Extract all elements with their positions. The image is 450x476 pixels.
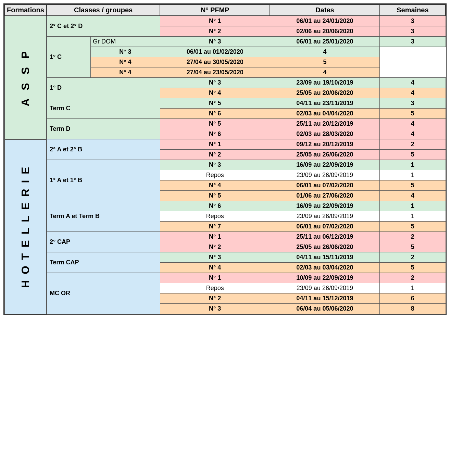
semaines-cell: 5 [270,57,380,67]
pfmp-cell: N° 5 [160,119,270,129]
class-cell: 2° A et 2° B [47,139,160,160]
pfmp-cell: N° 1 [160,139,270,150]
semaines-cell: 4 [380,191,446,201]
semaines-cell: 5 [380,263,446,273]
header-row: Formations Classes / groupes N° PFMP Dat… [4,4,446,16]
semaines-cell: 5 [380,150,446,160]
class-cell: 1° C [47,37,91,78]
semaines-cell: 1 [380,201,446,211]
date-cell: 02/03 au 04/04/2020 [270,109,380,119]
semaines-cell: 2 [380,273,446,283]
pfmp-cell: N° 2 [160,242,270,252]
date-cell: 06/01 au 07/02/2020 [270,180,380,191]
class-cell: 1° A et 1° B [47,160,160,201]
pfmp-cell: Repos [160,211,270,222]
semaines-cell: 4 [270,47,380,57]
class-cell: Term C [47,98,160,119]
semaines-cell: 4 [270,67,380,78]
semaines-cell: 3 [380,26,446,37]
pfmp-cell: N° 7 [160,222,270,232]
class-cell: 1° D [47,78,160,98]
date-cell: 16/09 au 22/09/2019 [270,160,380,170]
pfmp-cell: N° 3 [160,304,270,314]
semaines-cell: 2 [380,252,446,263]
pfmp-cell: N° 1 [160,232,270,242]
semaines-cell: 1 [380,283,446,293]
col-semaines: Semaines [380,4,446,16]
semaines-cell: 1 [380,160,446,170]
date-cell: 25/05 au 26/06/2020 [270,150,380,160]
semaines-cell: 4 [380,78,446,88]
date-cell: 23/09 au 26/09/2019 [270,283,380,293]
date-cell: 04/11 au 15/12/2019 [270,293,380,304]
table-row: 2° CAPN° 125/11 au 06/12/20192 [4,232,446,242]
pfmp-cell: Repos [160,170,270,180]
date-cell: 09/12 au 20/12/2019 [270,139,380,150]
table-body: A S S P2° C et 2° DN° 106/01 au 24/01/20… [4,16,446,314]
semaines-cell: 2 [380,232,446,242]
subgroup-cell: Gr DOM [91,37,160,47]
semaines-cell: 6 [380,293,446,304]
main-table-wrapper: Formations Classes / groupes N° PFMP Dat… [3,3,447,315]
date-cell: 23/09 au 26/09/2019 [270,211,380,222]
table-row: Term CAPN° 304/11 au 15/11/20192 [4,252,446,263]
date-cell: 23/09 au 19/10/2019 [270,78,380,88]
col-dates: Dates [270,4,380,16]
pfmp-cell: N° 3 [160,78,270,88]
class-cell: Term D [47,119,160,139]
table-row: A S S P2° C et 2° DN° 106/01 au 24/01/20… [4,16,446,26]
formation-hotellerie: H O T E L L E R I E [4,139,47,314]
table-row: H O T E L L E R I E2° A et 2° BN° 109/12… [4,139,446,150]
semaines-cell: 3 [380,37,446,47]
semaines-cell: 5 [380,180,446,191]
pfmp-cell: N° 2 [160,150,270,160]
table-row: Term DN° 525/11 au 20/12/20194 [4,119,446,129]
date-cell: 06/04 au 05/06/2020 [270,304,380,314]
pfmp-cell: N° 5 [160,98,270,109]
class-cell: Term A et Term B [47,201,160,232]
col-classes: Classes / groupes [47,4,160,16]
date-cell: 04/11 au 23/11/2019 [270,98,380,109]
pfmp-cell: N° 3 [160,252,270,263]
semaines-cell: 8 [380,304,446,314]
date-cell: 02/06 au 20/06/2020 [270,26,380,37]
semaines-cell: 4 [380,88,446,98]
date-cell: 06/01 au 25/01/2020 [270,37,380,47]
class-cell: Term CAP [47,252,160,273]
semaines-cell: 1 [380,170,446,180]
pfmp-cell: N° 4 [160,88,270,98]
date-cell: 06/01 au 07/02/2020 [270,222,380,232]
date-cell: 10/09 au 22/09/2019 [270,273,380,283]
date-cell: 02/03 au 03/04/2020 [270,263,380,273]
pfmp-cell: N° 4 [160,263,270,273]
pfmp-cell: N° 3 [160,37,270,47]
pfmp-cell: N° 1 [160,273,270,283]
pfmp-cell: N° 3 [91,47,160,57]
semaines-cell: 5 [380,222,446,232]
table-row: Term CN° 504/11 au 23/11/20193 [4,98,446,109]
pfmp-cell: N° 4 [91,57,160,67]
date-cell: 04/11 au 15/11/2019 [270,252,380,263]
pfmp-cell: N° 2 [160,293,270,304]
date-cell: 25/05 au 26/06/2020 [270,242,380,252]
date-cell: 25/11 au 20/12/2019 [270,119,380,129]
class-cell: MC OR [47,273,160,314]
table-row: 1° CGr DOMN° 306/01 au 25/01/20203 [4,37,446,47]
date-cell: 23/09 au 26/09/2019 [270,170,380,180]
pfmp-cell: N° 1 [160,16,270,26]
formation-assp: A S S P [4,16,47,139]
pfmp-cell: N° 3 [160,160,270,170]
date-cell: 25/05 au 20/06/2020 [270,88,380,98]
table-row: 1° A et 1° BN° 316/09 au 22/09/20191 [4,160,446,170]
pfmp-cell: N° 4 [91,67,160,78]
table-row: Term A et Term BN° 616/09 au 22/09/20191 [4,201,446,211]
pfmp-table: Formations Classes / groupes N° PFMP Dat… [4,4,446,314]
date-cell: 06/01 au 01/02/2020 [160,47,270,57]
class-cell: 2° C et 2° D [47,16,160,37]
col-formations: Formations [4,4,47,16]
semaines-cell: 4 [380,119,446,129]
date-cell: 16/09 au 22/09/2019 [270,201,380,211]
pfmp-cell: N° 6 [160,201,270,211]
class-cell: 2° CAP [47,232,160,252]
pfmp-cell: N° 5 [160,191,270,201]
